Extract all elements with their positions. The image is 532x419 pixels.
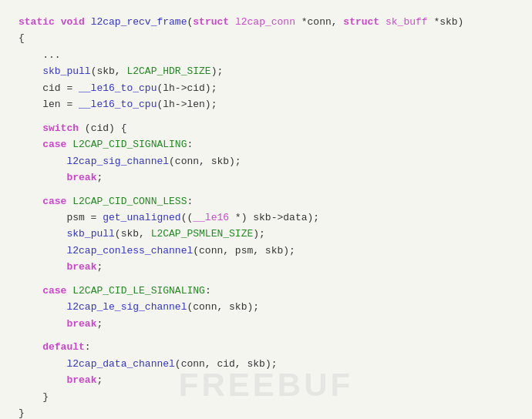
token-plain: (conn, skb); — [187, 301, 259, 313]
token-plain: { — [19, 32, 25, 44]
code-line: default: — [19, 339, 513, 355]
token-kw: void — [61, 16, 85, 28]
token-macro: L2CAP_PSMLEN_SIZE — [151, 228, 254, 240]
token-fn: l2cap_conless_channel — [66, 245, 193, 256]
token-plain: : — [85, 341, 91, 353]
token-fn: l2cap_le_sig_channel — [66, 301, 187, 313]
token-plain — [19, 172, 66, 183]
token-type: l2cap_conn — [235, 16, 295, 28]
token-fn: l2cap_sig_channel — [66, 156, 169, 167]
token-plain: (lh->cid); — [157, 82, 217, 94]
token-plain — [19, 228, 66, 240]
token-plain — [19, 285, 42, 297]
token-kw: case — [42, 139, 66, 150]
code-line: l2cap_conless_channel(conn, psm, skb); — [19, 243, 513, 259]
code-line: break; — [19, 372, 513, 388]
token-plain — [19, 374, 66, 386]
token-kw: struct — [343, 16, 379, 28]
token-plain — [19, 341, 42, 353]
code-line: } — [19, 389, 513, 405]
token-kw: default — [42, 341, 85, 353]
code-line — [19, 186, 513, 193]
token-fn: __le16_to_cpu — [79, 82, 157, 94]
token-macro: L2CAP_CID_CONN_LESS — [72, 196, 187, 207]
token-plain: ); — [211, 65, 224, 77]
code-line: break; — [19, 316, 513, 332]
token-plain — [19, 301, 66, 313]
code-line: switch (cid) { — [19, 120, 513, 136]
code-line — [19, 276, 513, 283]
code-line: l2cap_data_channel(conn, cid, skb); — [19, 356, 513, 372]
code-line: skb_pull(skb, L2CAP_HDR_SIZE); — [19, 63, 513, 79]
code-line: } — [19, 405, 513, 419]
token-plain: } — [19, 407, 25, 419]
token-plain: (conn, psm, skb); — [193, 245, 295, 256]
token-plain — [19, 245, 66, 256]
code-line: { — [19, 30, 513, 46]
token-fn: l2cap_recv_frame — [91, 16, 187, 28]
token-plain: *skb) — [428, 16, 464, 28]
token-plain — [229, 16, 235, 28]
token-plain — [19, 196, 42, 207]
token-macro: L2CAP_CID_SIGNALING — [72, 139, 187, 150]
token-plain: (conn, skb); — [169, 156, 241, 167]
token-plain: (cid) { — [79, 122, 126, 134]
token-kw: struct — [193, 16, 229, 28]
token-plain — [55, 16, 61, 28]
token-fn: l2cap_data_channel — [66, 358, 174, 370]
code-line: break; — [19, 259, 513, 275]
token-kw: break — [66, 374, 96, 386]
token-plain: : — [205, 285, 211, 297]
token-fn: skb_pull — [66, 228, 114, 240]
code-line: l2cap_sig_channel(conn, skb); — [19, 153, 513, 169]
code-line: case L2CAP_CID_LE_SIGNALING: — [19, 283, 513, 299]
code-line: len = __le16_to_cpu(lh->len); — [19, 96, 513, 112]
token-macro: L2CAP_HDR_SIZE — [126, 65, 210, 77]
token-kw: break — [66, 172, 96, 183]
token-plain: cid = — [19, 82, 79, 94]
token-macro: L2CAP_CID_LE_SIGNALING — [72, 285, 205, 297]
token-plain: ; — [96, 261, 103, 273]
token-plain: ... — [19, 49, 61, 61]
code-line — [19, 113, 513, 120]
token-plain — [19, 156, 66, 167]
token-plain — [379, 16, 386, 28]
code-line: l2cap_le_sig_channel(conn, skb); — [19, 299, 513, 315]
token-plain: (conn, cid, skb); — [175, 358, 278, 370]
token-plain — [19, 122, 42, 134]
code-line: static void l2cap_recv_frame(struct l2ca… — [19, 14, 513, 30]
token-plain: (skb, — [91, 65, 127, 77]
token-plain: : — [187, 139, 193, 150]
token-plain — [19, 261, 66, 273]
token-plain: (lh->len); — [157, 99, 217, 110]
token-plain: ; — [96, 318, 103, 330]
code-line — [19, 332, 513, 339]
token-plain — [19, 139, 42, 150]
code-line: skb_pull(skb, L2CAP_PSMLEN_SIZE); — [19, 226, 513, 242]
token-plain: ); — [253, 228, 265, 240]
token-kw: break — [66, 261, 96, 273]
code-line: break; — [19, 169, 513, 186]
code-container: static void l2cap_recv_frame(struct l2ca… — [0, 0, 532, 419]
token-kw: case — [42, 285, 66, 297]
code-line: case L2CAP_CID_SIGNALING: — [19, 136, 513, 153]
token-plain: ; — [96, 374, 103, 386]
token-plain — [19, 358, 66, 370]
token-plain: *) skb->data); — [229, 212, 319, 223]
token-plain: len = — [19, 99, 79, 110]
token-kw: break — [66, 318, 96, 330]
token-kw: case — [42, 196, 66, 207]
token-type: sk_buff — [386, 16, 428, 28]
token-fn: __le16_to_cpu — [79, 99, 157, 110]
token-plain: *conn, — [295, 16, 343, 28]
token-plain: (skb, — [115, 228, 151, 240]
token-kw: static — [19, 16, 55, 28]
token-fn: get_unaligned — [103, 212, 180, 223]
token-type: __le16 — [193, 212, 229, 223]
code-line: cid = __le16_to_cpu(lh->cid); — [19, 80, 513, 96]
token-kw: switch — [42, 122, 79, 134]
token-plain: (( — [181, 212, 194, 223]
token-plain — [19, 318, 66, 330]
token-fn: skb_pull — [19, 65, 91, 77]
token-plain — [85, 16, 91, 28]
